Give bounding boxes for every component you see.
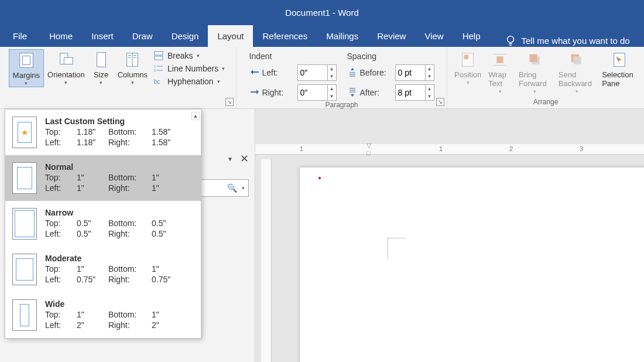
- spin-down-icon[interactable]: ▼: [426, 73, 434, 80]
- page-setup-small-stack: Breaks ▾ 12 Line Numbers ▾ bc Hyphenatio…: [151, 49, 227, 88]
- spin-up-icon[interactable]: ▲: [328, 65, 336, 73]
- preset-name: Last Custom Setting: [45, 117, 194, 126]
- spin-down-icon[interactable]: ▼: [426, 93, 434, 100]
- spin-up-icon[interactable]: ▲: [426, 65, 434, 73]
- position-icon: [458, 50, 477, 69]
- tab-references[interactable]: References: [253, 25, 317, 47]
- indent-marker-icon[interactable]: ▽□: [366, 142, 371, 156]
- selection-pane-button[interactable]: Selection Pane: [598, 49, 640, 89]
- breaks-label: Breaks: [167, 51, 193, 60]
- hyphenation-button[interactable]: bc Hyphenation ▾: [153, 76, 225, 87]
- indent-right-icon: [249, 87, 260, 99]
- line-numbers-label: Line Numbers: [167, 64, 218, 73]
- line-numbers-icon: 12: [153, 63, 164, 74]
- svg-rect-5: [97, 53, 105, 67]
- margins-label: Margins: [13, 71, 40, 80]
- spacing-after-input[interactable]: [396, 85, 425, 100]
- breaks-button[interactable]: Breaks ▾: [153, 50, 225, 61]
- orientation-button[interactable]: Orientation ▾: [44, 49, 88, 86]
- tab-file[interactable]: File: [0, 25, 40, 47]
- send-backward-label: Send Backward: [559, 70, 595, 88]
- size-icon: [92, 50, 111, 69]
- group-paragraph: Indent Left: ▲▼ Right:: [237, 47, 447, 108]
- spin-down-icon[interactable]: ▼: [328, 73, 336, 80]
- spacing-after-spinbox[interactable]: ▲▼: [395, 84, 434, 101]
- preset-info: Normal Top:1"Bottom:1" Left:1"Right:1": [45, 162, 194, 194]
- chevron-down-icon[interactable]: ▾: [242, 186, 245, 190]
- tab-help[interactable]: Help: [453, 25, 490, 47]
- chevron-down-icon: ▾: [467, 80, 470, 85]
- send-backward-button[interactable]: Send Backward ▾: [555, 49, 598, 95]
- paragraph-group-label: Paragraph: [240, 101, 443, 109]
- tab-insert[interactable]: Insert: [82, 25, 123, 47]
- tab-draw[interactable]: Draw: [123, 25, 162, 47]
- bring-forward-button[interactable]: Bring Forward ▾: [515, 49, 555, 95]
- spin-up-icon[interactable]: ▲: [426, 85, 434, 93]
- margins-icon: [17, 51, 36, 70]
- send-backward-icon: [567, 50, 586, 69]
- size-button[interactable]: Size ▾: [88, 49, 114, 86]
- tab-home[interactable]: Home: [40, 25, 82, 47]
- spin-up-icon[interactable]: ▲: [328, 85, 336, 93]
- margins-button[interactable]: Margins ▾: [9, 49, 44, 87]
- orientation-icon: [57, 50, 76, 69]
- window-title: Document1 - Word: [285, 8, 359, 18]
- tab-review[interactable]: Review: [368, 25, 415, 47]
- indent-left-spinbox[interactable]: ▲▼: [297, 64, 337, 81]
- tell-me-wrap[interactable]: Tell me what you want to do: [490, 34, 630, 47]
- position-label: Position: [454, 70, 481, 79]
- margin-preset-last-custom-setting[interactable]: Last Custom Setting Top:1.18"Bottom:1.58…: [5, 110, 201, 155]
- wrap-text-icon: [491, 50, 509, 69]
- svg-rect-4: [64, 57, 73, 64]
- preset-name: Narrow: [45, 208, 194, 217]
- search-icon[interactable]: 🔍: [227, 183, 237, 193]
- selection-pane-icon: [610, 50, 629, 69]
- hyphenation-label: Hyphenation: [167, 77, 214, 86]
- group-arrange: Position ▾ Wrap Text ▾ Bring Forward ▾ S…: [447, 47, 644, 108]
- arrange-group-label: Arrange: [451, 97, 640, 107]
- lightbulb-icon: [504, 34, 517, 47]
- preset-info: Last Custom Setting Top:1.18"Bottom:1.58…: [45, 117, 194, 148]
- svg-rect-1: [20, 53, 33, 67]
- vertical-ruler[interactable]: [261, 159, 272, 362]
- nav-dropdown-icon[interactable]: ▼: [227, 156, 233, 162]
- preset-info: Narrow Top:0.5"Bottom:0.5" Left:0.5"Righ…: [45, 208, 194, 240]
- columns-button[interactable]: Columns ▾: [114, 49, 151, 86]
- indent-left-icon: [249, 67, 260, 79]
- spacing-before-input[interactable]: [396, 65, 425, 80]
- margin-preset-wide[interactable]: Wide Top:1"Bottom:1" Left:2"Right:2": [5, 292, 201, 338]
- tab-design[interactable]: Design: [162, 25, 208, 47]
- wrap-text-button[interactable]: Wrap Text ▾: [485, 49, 515, 95]
- svg-rect-12: [155, 52, 163, 55]
- spin-down-icon[interactable]: ▼: [328, 93, 336, 100]
- indent-right-input[interactable]: [298, 85, 327, 100]
- chevron-down-icon: ▾: [499, 89, 502, 94]
- indent-left-input[interactable]: [298, 65, 327, 80]
- page-setup-launcher[interactable]: ↘: [225, 98, 234, 106]
- close-icon[interactable]: ✕: [240, 152, 249, 165]
- title-bar: Document1 - Word: [0, 0, 644, 25]
- line-numbers-button[interactable]: 12 Line Numbers ▾: [153, 63, 225, 74]
- spacing-before-icon: [347, 67, 358, 79]
- spacing-after-label: After:: [360, 88, 393, 97]
- margin-preset-normal[interactable]: Normal Top:1"Bottom:1" Left:1"Right:1": [5, 155, 201, 201]
- orientation-label: Orientation: [47, 70, 85, 79]
- chevron-down-icon: ▾: [197, 53, 200, 58]
- position-button[interactable]: Position ▾: [451, 49, 485, 86]
- cursor-indicator: [318, 177, 321, 179]
- indent-right-spinbox[interactable]: ▲▼: [297, 84, 337, 101]
- paragraph-launcher[interactable]: ↘: [436, 98, 444, 106]
- tab-layout[interactable]: Layout: [208, 25, 253, 47]
- tab-mailings[interactable]: Mailings: [317, 25, 368, 47]
- spacing-before-spinbox[interactable]: ▲▼: [395, 64, 434, 81]
- preset-name: Wide: [45, 299, 194, 309]
- bring-forward-label: Bring Forward: [519, 70, 551, 88]
- margin-preset-narrow[interactable]: Narrow Top:0.5"Bottom:0.5" Left:0.5"Righ…: [5, 201, 201, 247]
- chevron-down-icon: ▾: [64, 80, 67, 85]
- chevron-down-icon: ▾: [217, 79, 220, 84]
- tab-view[interactable]: View: [415, 25, 453, 47]
- margin-preset-moderate[interactable]: Moderate Top:1"Bottom:1" Left:0.75"Right…: [5, 247, 201, 292]
- spacing-column: Spacing Before: ▲▼ After:: [347, 52, 434, 101]
- scroll-up-icon[interactable]: ▲: [191, 112, 200, 120]
- document-page[interactable]: [300, 168, 644, 362]
